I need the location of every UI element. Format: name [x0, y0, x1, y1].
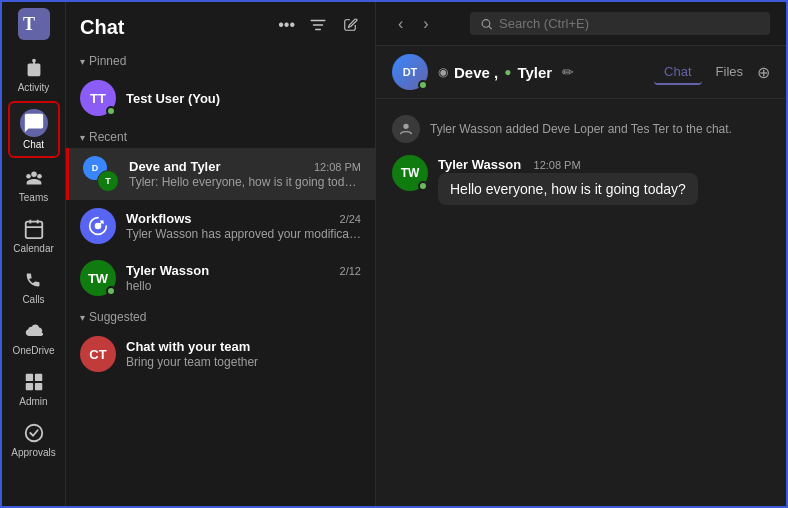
svg-rect-5 — [25, 222, 42, 239]
chat-header: DT ◉ Deve , ● Tyler ✏ Chat Files ⊕ — [376, 46, 786, 99]
sidebar-item-teams-label: Teams — [19, 192, 48, 203]
search-bar[interactable] — [470, 12, 770, 35]
chat-item-workflows[interactable]: Workflows 2/24 Tyler Wasson has approved… — [66, 200, 375, 252]
chat-header-tyler-name: Tyler — [517, 64, 552, 81]
activity-icon — [22, 56, 46, 80]
message-online-dot — [418, 181, 428, 191]
chat-item-info-workflows: Workflows 2/24 Tyler Wasson has approved… — [126, 211, 361, 241]
chat-item-top-workflows: Workflows 2/24 — [126, 211, 361, 226]
app-logo: T — [16, 6, 52, 42]
chat-item-info-tyler-wasson: Tyler Wasson 2/12 hello — [126, 263, 361, 293]
avatar-workflows — [80, 208, 116, 244]
search-input[interactable] — [499, 16, 760, 31]
tab-chat[interactable]: Chat — [654, 60, 701, 85]
sidebar-item-approvals[interactable]: Approvals — [8, 415, 60, 464]
chat-item-deve-tyler[interactable]: D T Deve and Tyler 12:08 PM Tyler: Hello… — [66, 148, 375, 200]
tyler-status-icon: ● — [504, 65, 511, 79]
teams-icon — [22, 166, 46, 190]
chat-item-tyler-wasson[interactable]: TW Tyler Wasson 2/12 hello — [66, 252, 375, 304]
admin-icon — [22, 370, 46, 394]
system-message: Tyler Wasson added Deve Loper and Tes Te… — [392, 115, 770, 143]
forward-button[interactable]: › — [417, 13, 434, 35]
chat-main: ‹ › DT ◉ Deve , ● Tyler ✏ — [376, 2, 786, 506]
more-options-button[interactable]: ••• — [276, 14, 297, 40]
message-avatar-tyler: TW — [392, 155, 428, 191]
avatar-test-user: TT — [80, 80, 116, 116]
chat-header-names: ◉ Deve , ● Tyler ✏ — [438, 64, 644, 81]
back-button[interactable]: ‹ — [392, 13, 409, 35]
message-row-tyler: TW Tyler Wasson 12:08 PM Hello everyone,… — [392, 155, 770, 205]
message-header: Tyler Wasson 12:08 PM — [438, 155, 770, 173]
chat-item-chat-team[interactable]: CT Chat with your team Bring your team t… — [66, 328, 375, 380]
header-online-dot — [418, 80, 428, 90]
svg-point-2 — [31, 172, 37, 178]
avatar-chat-team: CT — [80, 336, 116, 372]
sidebar-item-chat-label: Chat — [23, 139, 44, 150]
avatar-tyler-wasson: TW — [80, 260, 116, 296]
tab-files[interactable]: Files — [706, 60, 753, 85]
sidebar-item-calls-label: Calls — [22, 294, 44, 305]
recent-section-label: ▾ Recent — [66, 124, 375, 148]
search-icon — [480, 17, 493, 31]
message-content-tyler: Tyler Wasson 12:08 PM Hello everyone, ho… — [438, 155, 770, 205]
calls-icon — [22, 268, 46, 292]
calendar-icon — [22, 217, 46, 241]
svg-point-4 — [37, 174, 42, 179]
sidebar-item-calendar-label: Calendar — [13, 243, 54, 254]
onedrive-icon — [22, 319, 46, 343]
suggested-section-label: ▾ Suggested — [66, 304, 375, 328]
edit-name-button[interactable]: ✏ — [562, 64, 574, 80]
recent-arrow-icon: ▾ — [80, 132, 85, 143]
sidebar-item-activity-label: Activity — [18, 82, 50, 93]
chat-panel-title: Chat — [80, 16, 124, 39]
chat-list-header: Chat ••• — [66, 2, 375, 48]
add-tab-button[interactable]: ⊕ — [757, 63, 770, 82]
sidebar-item-activity[interactable]: Activity — [8, 50, 60, 99]
svg-point-3 — [26, 174, 31, 179]
app-container: T Activity Chat — [2, 2, 786, 506]
svg-point-14 — [403, 124, 408, 129]
svg-rect-7 — [34, 374, 41, 381]
sidebar-item-teams[interactable]: Teams — [8, 160, 60, 209]
chat-item-info-chat-team: Chat with your team Bring your team toge… — [126, 339, 361, 369]
avatar-deve-tyler: D T — [83, 156, 119, 192]
sidebar-item-approvals-label: Approvals — [11, 447, 55, 458]
sidebar-item-calendar[interactable]: Calendar — [8, 211, 60, 260]
sidebar-item-onedrive-label: OneDrive — [12, 345, 54, 356]
top-bar: ‹ › — [376, 2, 786, 46]
chat-item-info-test-user: Test User (You) — [126, 91, 361, 106]
chat-item-top-chat-team: Chat with your team — [126, 339, 361, 354]
approvals-icon — [22, 421, 46, 445]
header-icons: ••• — [276, 14, 361, 40]
pinned-arrow-icon: ▾ — [80, 56, 85, 67]
chat-item-top: Test User (You) — [126, 91, 361, 106]
suggested-arrow-icon: ▾ — [80, 312, 85, 323]
messages-area: Tyler Wasson added Deve Loper and Tes Te… — [376, 99, 786, 506]
system-message-icon — [392, 115, 420, 143]
chat-header-tabs: Chat Files ⊕ — [654, 60, 770, 85]
system-message-text: Tyler Wasson added Deve Loper and Tes Te… — [430, 122, 732, 136]
chat-list-panel: Chat ••• ▾ Pinned — [66, 2, 376, 506]
svg-rect-6 — [25, 374, 32, 381]
svg-point-10 — [25, 425, 42, 442]
message-bubble-tyler: Hello everyone, how is it going today? — [438, 173, 698, 205]
chat-header-avatar: DT — [392, 54, 428, 90]
sidebar: T Activity Chat — [2, 2, 66, 506]
chat-item-top-deve-tyler: Deve and Tyler 12:08 PM — [129, 159, 361, 174]
online-badge-tw — [106, 286, 116, 296]
sidebar-item-admin-label: Admin — [19, 396, 47, 407]
sidebar-item-onedrive[interactable]: OneDrive — [8, 313, 60, 362]
chat-item-info-deve-tyler: Deve and Tyler 12:08 PM Tyler: Hello eve… — [129, 159, 361, 189]
sidebar-item-admin[interactable]: Admin — [8, 364, 60, 413]
compose-button[interactable] — [339, 14, 361, 40]
svg-rect-9 — [34, 383, 41, 390]
sidebar-item-chat[interactable]: Chat — [8, 101, 60, 158]
chat-item-test-user[interactable]: TT Test User (You) — [66, 72, 375, 124]
sidebar-item-calls[interactable]: Calls — [8, 262, 60, 311]
online-badge — [106, 106, 116, 116]
svg-rect-8 — [25, 383, 32, 390]
svg-text:T: T — [23, 14, 35, 34]
chat-header-deve-name: Deve , — [454, 64, 498, 81]
filter-button[interactable] — [307, 14, 329, 40]
chat-item-top-tyler-wasson: Tyler Wasson 2/12 — [126, 263, 361, 278]
